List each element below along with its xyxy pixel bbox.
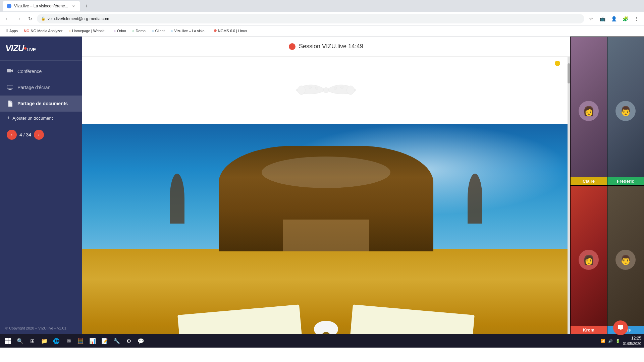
search-taskbar[interactable]: 🔍	[15, 336, 25, 346]
sys-icon-volume: 🔊	[608, 339, 613, 343]
slide-ornament-area	[82, 57, 570, 124]
conference-label: Conférence	[17, 69, 42, 74]
active-tab[interactable]: Vizu.live – La visioconférenc... ✕	[3, 1, 80, 11]
next-icon: ›	[38, 132, 40, 137]
forward-button[interactable]: →	[14, 14, 23, 23]
app-container: VIZU•LIVE Conférence Partage d'écran	[0, 37, 644, 334]
calc-taskbar[interactable]: 🧮	[75, 336, 86, 346]
email-taskbar[interactable]: ✉	[63, 336, 74, 346]
extensions-button[interactable]: 🧩	[621, 14, 630, 23]
scrollbar[interactable]	[568, 57, 570, 334]
browser-taskbar[interactable]: 🌐	[51, 336, 62, 346]
yellow-indicator	[555, 61, 560, 66]
svg-rect-3	[9, 89, 11, 89]
back-button[interactable]: ←	[3, 14, 12, 23]
start-button[interactable]	[3, 336, 13, 346]
add-doc-label: Ajouter un document	[12, 116, 53, 121]
file-explorer[interactable]: 📁	[39, 336, 50, 346]
logo-area: VIZU•LIVE	[0, 37, 82, 61]
svg-rect-2	[7, 85, 13, 89]
pagination-controls: ‹ 4 / 34 ›	[0, 124, 82, 145]
reload-button[interactable]: ↻	[25, 14, 35, 23]
profile-button[interactable]: 👤	[609, 14, 619, 23]
chat-button[interactable]	[613, 320, 628, 335]
krom-name: Krom	[571, 326, 607, 334]
copyright-text: © Copyright 2020 – VIZU.live – v1.01	[0, 322, 82, 334]
svg-rect-6	[5, 338, 8, 341]
sidebar-item-doc-share[interactable]: Partage de documents	[0, 96, 82, 112]
doc-share-label: Partage de documents	[17, 101, 68, 106]
svg-marker-1	[11, 69, 13, 72]
sidebar-item-screen-share[interactable]: Partage d'écran	[0, 79, 82, 96]
bookmark-vizulive[interactable]: ○ Vizu.live – La visio...	[168, 28, 210, 34]
app1-taskbar[interactable]: 📊	[87, 336, 98, 346]
session-header: Session VIZU.live 14:49	[82, 37, 570, 57]
prev-icon: ‹	[11, 132, 12, 137]
sidebar-nav: Conférence Partage d'écran Partage de do…	[0, 61, 82, 322]
app3-taskbar[interactable]: 🔧	[111, 336, 122, 346]
person-left	[170, 174, 184, 224]
claire-name: Claire	[571, 177, 607, 185]
bookmark-ngms[interactable]: ⊕ NGMS 6.0 | Linux	[211, 28, 250, 34]
ng-icon: NG	[24, 29, 30, 33]
logo-vizu: VIZU•LIVE	[5, 43, 36, 53]
bookmark-star[interactable]: ☆	[586, 14, 596, 23]
lock-icon: 🔒	[41, 16, 46, 21]
bookmark-homepage[interactable]: ○ Homepage | Websit...	[66, 28, 110, 34]
apps-icon: ⠿	[5, 28, 8, 33]
taskbar: 🔍 ⊞ 📁 🌐 ✉ 🧮 📊 📝 🔧 ⚙ 💬 📶 🔊 🔋 12:25 01/05/…	[0, 334, 644, 348]
svg-rect-8	[5, 341, 8, 344]
claire-video: 👩	[571, 37, 607, 185]
next-page-button[interactable]: ›	[34, 130, 44, 140]
slide-image	[82, 124, 570, 334]
svg-rect-0	[7, 69, 11, 72]
cast-button[interactable]: 📺	[598, 14, 607, 23]
app2-taskbar[interactable]: 📝	[99, 336, 110, 346]
sys-icon-network: 📶	[601, 339, 605, 343]
bookmark-odoo[interactable]: ○ Odoo	[111, 28, 129, 34]
frederic-avatar: 👨	[615, 101, 636, 121]
bookmark-apps[interactable]: ⠿ Apps	[3, 28, 20, 34]
svg-rect-7	[8, 338, 11, 341]
address-bar[interactable]: 🔒 vizu.live/fclement@n-g-media.com	[37, 14, 584, 23]
bookmarks-bar: ⠿ Apps NG NG Media Analyzer ○ Homepage |…	[0, 25, 644, 36]
prev-page-button[interactable]: ‹	[7, 130, 17, 140]
chris-video: 👨	[607, 186, 644, 334]
svg-point-5	[323, 87, 329, 93]
person-right	[468, 174, 482, 224]
participant-krom: 👩 Krom	[570, 185, 607, 334]
main-content: Session VIZU.live 14:49	[82, 37, 570, 334]
vizulive-icon: ○	[171, 29, 173, 33]
new-tab-button[interactable]: +	[82, 1, 91, 11]
app4-taskbar[interactable]: ⚙	[123, 336, 134, 346]
client-icon: ○	[152, 29, 154, 33]
page-info: 4 / 34	[19, 132, 31, 137]
add-icon: +	[7, 115, 10, 121]
homepage-icon: ○	[68, 29, 71, 33]
logo-live: LIVE	[26, 47, 36, 52]
app5-taskbar[interactable]: 💬	[136, 336, 146, 346]
record-indicator	[289, 43, 296, 50]
bookmark-demo[interactable]: ○ Demo	[129, 28, 148, 34]
participant-chris: 👨 chris	[607, 185, 644, 334]
chris-avatar: 👨	[615, 250, 636, 270]
scroll-thumb[interactable]	[568, 63, 570, 83]
session-title: Session VIZU.live 14:49	[299, 43, 363, 50]
boat	[219, 146, 434, 251]
participant-claire: 👩 Claire	[570, 37, 607, 185]
address-text: vizu.live/fclement@n-g-media.com	[48, 16, 109, 21]
bookmark-ng-media[interactable]: NG NG Media Analyzer	[21, 28, 65, 34]
browser-chrome: Vizu.live – La visioconférenc... ✕ + ← →…	[0, 0, 644, 37]
taskbar-right: 📶 🔊 🔋 12:25 01/05/2020	[601, 336, 641, 346]
screen-share-label: Partage d'écran	[17, 85, 50, 90]
sidebar-item-conference[interactable]: Conférence	[0, 63, 82, 79]
tab-close-button[interactable]: ✕	[71, 3, 76, 9]
task-view[interactable]: ⊞	[27, 336, 38, 346]
menu-button[interactable]: ⋮	[632, 14, 641, 23]
doc-share-icon	[7, 100, 13, 107]
svg-rect-9	[8, 341, 11, 344]
ngms-icon: ⊕	[214, 28, 217, 33]
bookmark-client[interactable]: ○ Client	[149, 28, 167, 34]
add-document-button[interactable]: + Ajouter un document	[0, 112, 82, 124]
krom-video: 👩	[571, 186, 607, 334]
